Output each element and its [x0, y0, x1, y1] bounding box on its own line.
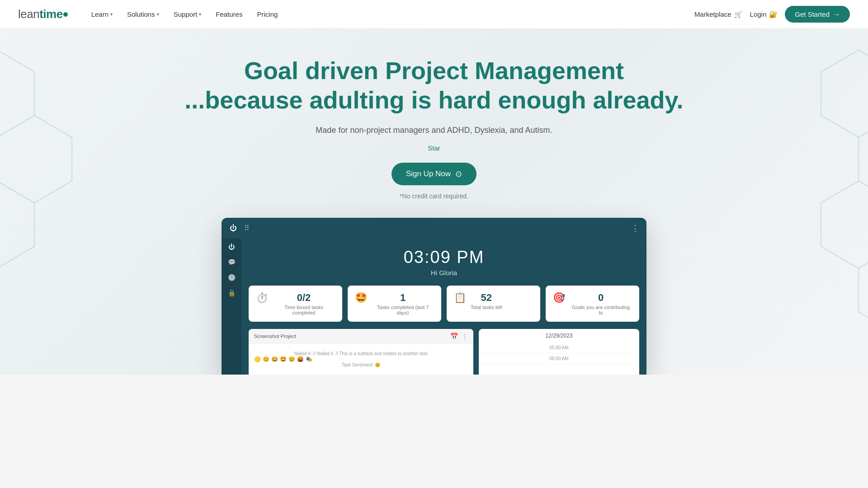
logo-lean: lean: [18, 7, 39, 21]
stat-emoji-0: ⏱️: [256, 292, 268, 304]
panel-left-header: Screenshot Project 📅 ⋮: [249, 329, 473, 344]
nav-links: Learn ▾ Solutions ▾ Support ▾ Features P…: [86, 8, 694, 21]
task-sentiment: Task Sentiment: 😊: [254, 362, 468, 367]
emoji-5: 😢: [288, 356, 295, 362]
support-chevron-icon: ▾: [199, 12, 201, 17]
stat-value-0: 0/2: [273, 292, 335, 304]
solutions-chevron-icon: ▾: [157, 12, 159, 17]
stat-label-0: Time boxed tasks completed: [273, 305, 335, 315]
hero-content: Goal driven Project Management ...becaus…: [175, 29, 692, 218]
time-slot-1: 06:00 AM: [479, 353, 639, 364]
app-content: 03:09 PM Hi Gloria ⏱️ 0/2 Time boxed tas…: [241, 239, 646, 375]
logo[interactable]: leantime: [18, 7, 68, 21]
sidebar-power-icon[interactable]: ⏻: [227, 242, 236, 251]
logo-time: time: [39, 7, 62, 21]
stat-value-1: 1: [372, 292, 434, 304]
marketplace-link[interactable]: Marketplace 🛒: [694, 10, 743, 19]
grid-icon[interactable]: ⠿: [242, 224, 251, 233]
stat-card-2: 📋 52 Total tasks left: [447, 286, 540, 322]
cart-icon: 🛒: [734, 10, 743, 19]
login-link[interactable]: Login 🔐: [750, 10, 778, 19]
stat-label-2: Total tasks left: [471, 305, 502, 310]
nav-pricing[interactable]: Pricing: [251, 8, 283, 21]
emoji-4: 🤩: [280, 356, 287, 362]
nav-support[interactable]: Support ▾: [168, 8, 207, 21]
calendar-date: 12/29/2023: [479, 329, 639, 343]
logo-dot: [63, 12, 68, 17]
app-clock-area: 03:09 PM Hi Gloria: [241, 239, 646, 284]
signup-arrow-icon: ⊙: [455, 169, 462, 179]
nav-learn[interactable]: Learn ▾: [86, 8, 118, 21]
no-credit-card-note: *No credit card required.: [184, 192, 683, 200]
stat-info-3: 0 Goals you are contributing to: [570, 292, 632, 315]
power-icon[interactable]: ⏻: [229, 224, 238, 233]
nav-right: Marketplace 🛒 Login 🔐 Get Started →: [694, 6, 850, 23]
panel-header-icons: 📅 ⋮: [450, 333, 468, 340]
navigation: leantime Learn ▾ Solutions ▾ Support ▾ F…: [0, 0, 868, 29]
stat-card-1: 🤩 1 Tasks completed (last 7 days): [348, 286, 441, 322]
emoji-1: 🟡: [254, 356, 261, 362]
learn-chevron-icon: ▾: [110, 12, 113, 17]
panel-left-body: Nailed it. // Nailed it. // This is a su…: [249, 344, 473, 375]
panel-more-icon[interactable]: ⋮: [462, 333, 468, 340]
sidebar-lock-icon[interactable]: 🔒: [227, 288, 236, 297]
calendar-icon[interactable]: 📅: [450, 333, 458, 340]
lock-icon: 🔐: [769, 10, 778, 19]
stat-label-1: Tasks completed (last 7 days): [372, 305, 434, 315]
panel-right: 12/29/2023 05:00 AM 06:00 AM: [479, 329, 639, 375]
stat-value-2: 52: [471, 292, 502, 304]
stat-label-3: Goals you are contributing to: [570, 305, 632, 315]
stat-emoji-3: 🎯: [553, 292, 565, 304]
stat-value-3: 0: [570, 292, 632, 304]
arrow-right-icon: →: [833, 10, 840, 18]
panel-project-title: Screenshot Project: [254, 333, 296, 339]
app-time: 03:09 PM: [250, 248, 637, 267]
emoji-3: 😂: [271, 356, 278, 362]
emoji-2: 😊: [263, 356, 269, 362]
stat-info-0: 0/2 Time boxed tasks completed: [273, 292, 335, 315]
stat-emoji-2: 📋: [454, 292, 466, 304]
time-slot-0: 05:00 AM: [479, 343, 639, 353]
stat-card-0: ⏱️ 0/2 Time boxed tasks completed: [249, 286, 342, 322]
emoji-7: 🎭: [306, 356, 312, 362]
stat-info-1: 1 Tasks completed (last 7 days): [372, 292, 434, 315]
sidebar-clock-icon[interactable]: 🕐: [227, 273, 236, 282]
panels-row: Screenshot Project 📅 ⋮ Nailed it. // Nai…: [241, 329, 646, 375]
stat-info-2: 52 Total tasks left: [471, 292, 502, 310]
nav-solutions[interactable]: Solutions ▾: [122, 8, 165, 21]
stat-emoji-1: 🤩: [355, 292, 367, 304]
app-main-area: ⏻ 💬 🕐 🔒 03:09 PM Hi Gloria: [222, 239, 646, 375]
task-item: Nailed it. // Nailed it. // This is a su…: [254, 348, 468, 370]
app-preview: ⏻ ⠿ ⋮ ⏻ 💬 🕐 🔒: [222, 218, 646, 375]
hero-subtitle: Made for non-project managers and ADHD, …: [184, 126, 683, 135]
nav-features[interactable]: Features: [210, 8, 248, 21]
emoji-6: 🤬: [297, 356, 304, 362]
star-link[interactable]: Star: [184, 144, 683, 152]
app-topbar: ⏻ ⠿ ⋮: [222, 218, 646, 239]
app-sidebar: ⏻ 💬 🕐 🔒: [222, 239, 241, 375]
get-started-button[interactable]: Get Started →: [785, 6, 850, 23]
stat-card-3: 🎯 0 Goals you are contributing to: [546, 286, 639, 322]
dots-menu-icon[interactable]: ⋮: [631, 224, 639, 233]
task-tag: Nailed it. // Nailed it. // This is a su…: [254, 351, 468, 356]
panel-left: Screenshot Project 📅 ⋮ Nailed it. // Nai…: [249, 329, 473, 375]
hero-title: Goal driven Project Management ...becaus…: [184, 56, 683, 115]
emoji-reaction-row: 🟡 😊 😂 🤩 😢 🤬 🎭: [254, 356, 468, 362]
stats-row: ⏱️ 0/2 Time boxed tasks completed 🤩 1: [241, 286, 646, 329]
signup-button[interactable]: Sign Up Now ⊙: [392, 163, 476, 185]
sidebar-comment-icon[interactable]: 💬: [227, 258, 236, 267]
app-greeting: Hi Gloria: [250, 269, 637, 277]
